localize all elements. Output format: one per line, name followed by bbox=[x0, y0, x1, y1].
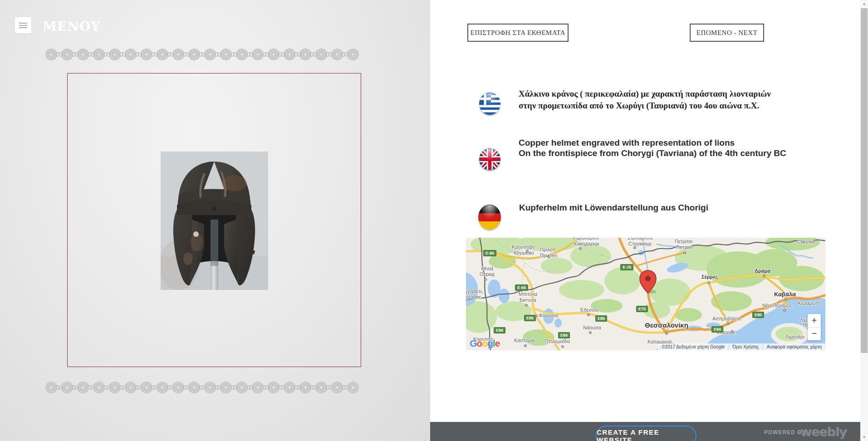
ornament-link bbox=[135, 52, 142, 57]
back-to-exhibits-button[interactable]: ΕΠΙΣΤΡΟΦΗ ΣΤΑ ΕΚΘΕΜΑΤΑ bbox=[467, 24, 569, 42]
town-dot bbox=[525, 304, 528, 307]
ornament-link bbox=[199, 52, 206, 57]
ornament-link bbox=[151, 385, 158, 390]
map-marker-icon[interactable] bbox=[639, 270, 657, 294]
map-label: Νάουσα bbox=[583, 325, 601, 330]
artifact-photo bbox=[161, 152, 268, 290]
ornament-link bbox=[103, 52, 110, 57]
town-dot bbox=[579, 247, 582, 250]
map-label: Петрич bbox=[676, 245, 693, 250]
route-badge: E-65 bbox=[515, 284, 528, 291]
ornament-link bbox=[342, 385, 348, 390]
google-logo[interactable]: Google bbox=[470, 338, 500, 349]
ornament-link bbox=[119, 52, 126, 57]
town-dot bbox=[587, 314, 590, 316]
ornament-link bbox=[294, 52, 301, 57]
map-label: Ασπροβάλτα bbox=[712, 316, 741, 321]
town-dot bbox=[524, 344, 527, 347]
map-copyright: ©2017 Δεδομένα χάρτη Google bbox=[658, 344, 728, 349]
map-label: Струмица bbox=[628, 241, 651, 246]
google-logo-letter: o bbox=[482, 338, 487, 348]
weebly-logo[interactable]: weebly bbox=[800, 425, 847, 439]
map-label: Νέα Πέραμος bbox=[762, 303, 792, 308]
ornament-link bbox=[215, 385, 221, 390]
route-badge: E90 bbox=[752, 312, 764, 318]
map-zoom-out-button[interactable]: − bbox=[808, 328, 821, 341]
ornament-link bbox=[262, 385, 269, 390]
map-label: όγραδετς bbox=[466, 289, 483, 294]
ornament-link bbox=[326, 385, 333, 390]
ornament-link bbox=[342, 52, 348, 57]
ornament-link bbox=[278, 52, 285, 57]
left-pane: ΜΕΝΟΥ bbox=[0, 0, 430, 441]
map-zoom-control: + − bbox=[808, 314, 821, 340]
town-dot bbox=[548, 255, 550, 258]
scrollbar-thumb[interactable] bbox=[861, 8, 868, 353]
ornament-link bbox=[56, 385, 63, 390]
town-dot bbox=[561, 345, 564, 348]
map-label: Ohrid bbox=[481, 266, 493, 271]
map-label: Πετρίτσι bbox=[675, 239, 692, 244]
map-label: Крушево bbox=[514, 250, 534, 255]
menu-button[interactable] bbox=[15, 17, 31, 34]
map-label: Κεραμωτή bbox=[798, 300, 820, 306]
scrollbar-down-button[interactable]: ▼ bbox=[860, 433, 868, 441]
map-label: ogradec bbox=[466, 294, 481, 299]
town-dot bbox=[726, 323, 729, 325]
ornament-link bbox=[199, 385, 206, 390]
map-label: Καβαδαρτσι bbox=[573, 238, 599, 240]
ornament-link bbox=[262, 52, 269, 57]
next-button[interactable]: ΕΠΟΜΕΝΟ - NEXT bbox=[690, 24, 764, 42]
route-badge: E75 bbox=[636, 306, 648, 312]
map-label: Καστοριά bbox=[514, 338, 535, 343]
map-attribution: ©2017 Δεδομένα χάρτη Google Όροι Χρήσης … bbox=[658, 343, 825, 350]
map-label: Έδεσσα bbox=[580, 307, 598, 313]
ornament-link bbox=[151, 52, 158, 57]
map-label: Στρουμιτσα bbox=[628, 238, 652, 240]
ornament-link bbox=[88, 385, 94, 390]
route-badge: E-75 bbox=[620, 264, 633, 270]
ornament-link bbox=[183, 385, 190, 390]
map-report-link[interactable]: Αναφορά σφάλματος χάρτη bbox=[763, 344, 825, 349]
map-label: Δράμα bbox=[755, 268, 770, 274]
ornament-chain-bottom bbox=[45, 381, 381, 394]
map-terms-link[interactable]: Όροι Χρήσης bbox=[728, 344, 762, 349]
map-label: Σέρρες bbox=[701, 274, 718, 279]
map-label: Κρούσοβο bbox=[512, 244, 535, 250]
google-logo-letter: o bbox=[476, 338, 482, 348]
greece-flag-icon bbox=[479, 93, 500, 115]
scrollbar[interactable]: ▲ ▼ bbox=[860, 0, 868, 441]
route-badge: E-65 bbox=[483, 250, 496, 256]
ornament-link bbox=[56, 52, 63, 57]
google-logo-letter: e bbox=[495, 338, 500, 348]
town-dot bbox=[707, 281, 710, 284]
map[interactable]: ΚαβαδαρτσιКавадарциΣτρουμιτσαСтрумицаΚρο… bbox=[466, 238, 825, 350]
powered-by-label: POWERED BY bbox=[764, 429, 806, 436]
town-dot bbox=[731, 330, 734, 333]
ornament-link bbox=[326, 52, 333, 57]
description-german: Kupferhelm mit Löwendarstellung aus Chor… bbox=[519, 202, 809, 213]
map-zoom-in-button[interactable]: + bbox=[808, 314, 821, 328]
town-dot bbox=[763, 274, 765, 277]
description-greek: Χάλκινο κράνος ( περικεφαλαία) με χαρακτ… bbox=[519, 88, 773, 112]
ornament-link bbox=[294, 385, 301, 390]
scrollbar-up-button[interactable]: ▲ bbox=[860, 0, 868, 8]
map-label: Καβάλα bbox=[774, 291, 796, 298]
google-logo-letter: g bbox=[487, 338, 493, 348]
english-line-2: On the frontispiece from Chorygi (Tavria… bbox=[519, 148, 809, 158]
route-badge: E86 bbox=[595, 315, 607, 322]
map-label: Смолян bbox=[797, 239, 815, 245]
germany-flag-icon bbox=[478, 205, 501, 230]
description-english: Copper helmet engraved with representati… bbox=[519, 137, 809, 158]
ornament-link bbox=[72, 385, 78, 390]
town-dot bbox=[683, 251, 686, 254]
ornament-link bbox=[167, 385, 174, 390]
route-badge: E86 bbox=[524, 315, 536, 321]
town-dot bbox=[633, 246, 636, 249]
town-dot bbox=[783, 309, 786, 312]
create-website-button[interactable]: CREATE A FREE WEBSITE bbox=[596, 426, 696, 441]
town-dot bbox=[589, 331, 592, 334]
map-label: Θεσσαλονίκη bbox=[645, 321, 688, 329]
ornament-link bbox=[135, 385, 142, 390]
town-dot bbox=[484, 278, 487, 281]
